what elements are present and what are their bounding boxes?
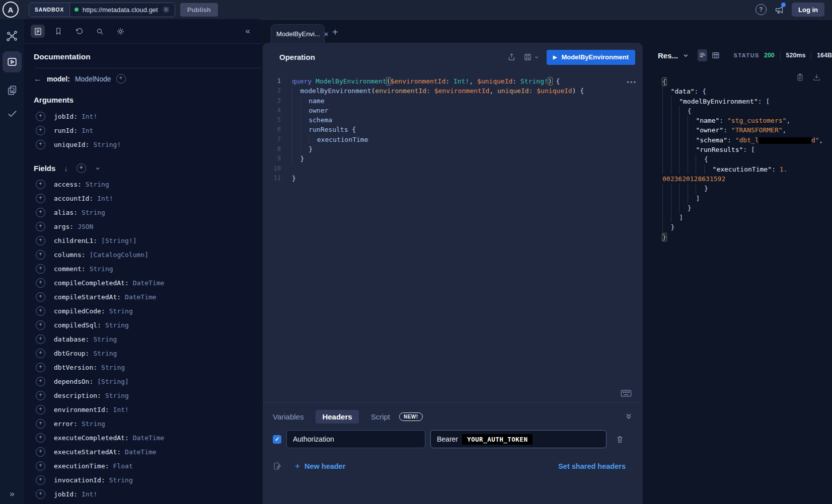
login-button[interactable]: Log in — [792, 3, 824, 17]
add-field-button[interactable]: + — [36, 222, 45, 231]
chevron-down-icon[interactable] — [95, 165, 101, 172]
field-name: error: — [54, 420, 78, 428]
delete-header-icon[interactable] — [616, 435, 624, 444]
add-field-button[interactable]: + — [36, 320, 45, 330]
preserve-headers-icon[interactable] — [273, 462, 282, 471]
add-field-button[interactable]: + — [36, 461, 45, 471]
code-token: ) — [548, 77, 552, 85]
add-field-button[interactable]: + — [36, 126, 45, 135]
download-response-icon[interactable] — [812, 73, 821, 81]
add-field-button[interactable]: + — [36, 447, 45, 457]
header-value-input[interactable]: Bearer YOUR_AUTH_TOKEN — [430, 430, 607, 448]
share-icon[interactable] — [507, 53, 516, 61]
checks-icon[interactable] — [7, 108, 18, 119]
field-type: [CatalogColumn] — [90, 251, 148, 259]
collapse-docs-panel-icon[interactable]: « — [246, 26, 250, 36]
breadcrumb-type-link[interactable]: ModelNode — [75, 75, 111, 83]
add-field-button[interactable]: + — [36, 278, 45, 288]
add-field-button[interactable]: + — [36, 475, 45, 485]
field-type: String — [86, 181, 109, 188]
help-icon[interactable]: ? — [755, 4, 767, 15]
add-field-button[interactable]: + — [36, 236, 45, 245]
keyboard-shortcuts-icon[interactable] — [621, 389, 632, 397]
add-field-button[interactable]: + — [36, 419, 45, 429]
publish-button[interactable]: Publish — [180, 3, 218, 17]
sandbox-collections-icon[interactable] — [7, 85, 18, 96]
field-type: DateTime — [125, 293, 157, 301]
apollo-logo-icon[interactable]: A — [3, 2, 19, 18]
sort-fields-icon[interactable]: ↓ — [64, 164, 68, 173]
code-token: "executionTime" — [713, 165, 772, 173]
add-field-button[interactable]: + — [36, 349, 45, 358]
indent-guide — [688, 154, 696, 164]
code-line: 8} — [263, 144, 643, 154]
response-panel: Res... STATUS 200 520ms 164B — [649, 43, 832, 504]
request-options-tabs: Variables Headers Script NEW! — [273, 409, 633, 424]
line-number: 2 — [263, 86, 281, 96]
add-field-button[interactable]: + — [36, 112, 45, 121]
doc-field-row: +jobId:Int! — [34, 487, 251, 501]
save-operation-group[interactable] — [523, 53, 539, 61]
explorer-nav-item[interactable] — [3, 51, 22, 72]
code-line: 6runResults { — [263, 125, 643, 134]
tab-script[interactable]: Script — [371, 412, 390, 421]
raw-view-toggle-icon[interactable] — [698, 49, 707, 61]
add-field-button[interactable]: + — [36, 405, 45, 414]
docs-settings-gear-icon[interactable] — [113, 25, 127, 38]
indent-guide — [292, 135, 300, 144]
back-arrow-icon[interactable]: ← — [34, 74, 42, 83]
new-header-button[interactable]: + New header — [295, 461, 345, 471]
response-dropdown-chevron-icon[interactable] — [683, 52, 689, 59]
doc-field-row: +environmentId:Int! — [34, 402, 251, 416]
new-tab-button[interactable]: + — [332, 27, 338, 38]
run-operation-button[interactable]: ▶ ModelByEnvironment — [547, 50, 635, 65]
code-token: "owner" — [696, 126, 723, 134]
add-field-button[interactable]: + — [36, 377, 45, 386]
bookmarks-icon[interactable] — [51, 25, 65, 38]
editor-more-options-icon[interactable]: ••• — [627, 78, 637, 86]
collapse-bottom-panel-icon[interactable] — [625, 412, 633, 421]
add-field-button[interactable]: + — [36, 208, 45, 217]
expand-rail-chevrons[interactable]: » — [0, 489, 24, 499]
add-all-fields-button[interactable]: + — [77, 163, 86, 173]
operation-tab[interactable]: ModelByEnvi... × — [271, 24, 325, 43]
add-field-button[interactable]: + — [36, 292, 45, 302]
schema-graph-icon[interactable] — [6, 30, 18, 42]
doc-field-row: +columns:[CatalogColumn] — [34, 247, 251, 262]
graphql-editor[interactable]: 1query ModelByEnvironment($environmentId… — [263, 71, 643, 402]
indent-guide — [292, 115, 300, 125]
announcements-megaphone-icon[interactable] — [774, 4, 785, 15]
add-field-button[interactable]: + — [36, 264, 45, 274]
add-field-button[interactable]: + — [36, 433, 45, 443]
add-field-button[interactable]: + — [36, 140, 45, 149]
indent-guide — [688, 116, 696, 125]
tab-headers[interactable]: Headers — [316, 410, 358, 424]
close-tab-icon[interactable]: × — [324, 30, 329, 38]
add-field-button[interactable]: + — [36, 250, 45, 260]
search-icon[interactable] — [93, 25, 107, 38]
add-field-button[interactable]: + — [36, 334, 45, 344]
add-field-button[interactable]: + — [36, 363, 45, 372]
endpoint-settings-gear-icon[interactable] — [162, 6, 170, 14]
status-code: 200 — [764, 52, 775, 59]
history-icon[interactable] — [72, 25, 86, 38]
code-line: 9} — [263, 154, 643, 163]
endpoint-url-field[interactable]: https://metadata.cloud.get — [70, 6, 175, 14]
response-line: 0023620128631592 — [662, 174, 832, 184]
add-field-button[interactable]: + — [36, 194, 45, 203]
header-enabled-checkbox[interactable]: ✓ — [273, 435, 281, 444]
indent-guide — [292, 86, 300, 96]
header-name-input[interactable] — [286, 430, 425, 448]
add-field-button[interactable]: + — [36, 489, 45, 499]
documentation-tab-icon[interactable] — [31, 25, 45, 38]
field-type: JSON — [78, 223, 93, 230]
add-field-button[interactable]: + — [36, 391, 45, 400]
set-shared-headers-link[interactable]: Set shared headers — [558, 462, 633, 470]
tab-variables[interactable]: Variables — [273, 412, 304, 421]
copy-response-icon[interactable] — [796, 73, 804, 81]
add-field-button[interactable]: + — [36, 180, 45, 189]
table-view-toggle-icon[interactable] — [711, 49, 720, 61]
add-field-button[interactable]: + — [36, 306, 45, 316]
add-type-button[interactable]: + — [116, 74, 126, 83]
field-type: String — [90, 265, 113, 273]
